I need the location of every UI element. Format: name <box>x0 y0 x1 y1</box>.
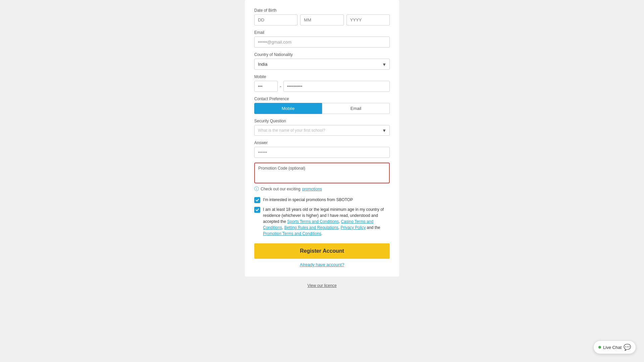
country-select-wrapper[interactable]: India ▼ <box>254 59 390 70</box>
checkbox-group: I'm interested in special promotions fro… <box>254 197 390 237</box>
promotion-terms-link[interactable]: Promotion Terms and Conditions <box>263 231 321 236</box>
mobile-number-input[interactable] <box>283 81 390 92</box>
email-label: Email <box>254 30 390 35</box>
age-terms-checkbox-item: I am at least 18 years old or the legal … <box>254 206 390 237</box>
promo-info-text: Check out our exciting <box>261 187 301 191</box>
promo-checkbox-text: I'm interested in special promotions fro… <box>263 197 353 203</box>
view-licence-link[interactable]: View our licence <box>307 283 336 288</box>
mobile-dash: - <box>280 84 281 89</box>
info-icon: ⓘ <box>254 186 259 192</box>
country-select[interactable]: India <box>254 59 390 70</box>
security-question-label: Security Question <box>254 119 390 123</box>
country-label: Country of Nationality <box>254 52 390 57</box>
mobile-label: Mobile <box>254 74 390 79</box>
live-chat-widget[interactable]: Live Chat 💬 <box>593 341 636 354</box>
answer-input[interactable] <box>254 147 390 158</box>
dob-mm-input[interactable] <box>300 14 343 25</box>
security-question-select[interactable]: What is the name of your first school? <box>254 125 390 136</box>
security-select-wrapper[interactable]: What is the name of your first school? ▼ <box>254 125 390 136</box>
age-terms-checkbox[interactable] <box>254 207 260 213</box>
sports-terms-link[interactable]: Sports Terms and Conditions <box>287 219 339 224</box>
already-account-link[interactable]: Already have account? <box>300 262 344 267</box>
promotions-link[interactable]: promotions <box>302 187 322 191</box>
promo-code-label: Promotion Code (optional) <box>258 166 386 171</box>
dob-dd-input[interactable] <box>254 14 298 25</box>
already-account-wrapper: Already have account? <box>254 262 390 267</box>
age-terms-text: I am at least 18 years old or the legal … <box>263 206 390 237</box>
dob-yyyy-input[interactable] <box>346 14 390 25</box>
promo-checkbox[interactable] <box>254 197 260 203</box>
promo-code-input[interactable] <box>258 172 386 180</box>
chat-icon: 💬 <box>624 344 631 351</box>
dob-label: Date of Birth <box>254 8 390 13</box>
email-input[interactable] <box>254 37 390 48</box>
live-chat-label: Live Chat <box>603 345 622 350</box>
promo-checkbox-item: I'm interested in special promotions fro… <box>254 197 390 203</box>
promo-info: ⓘ Check out our exciting promotions <box>254 186 390 192</box>
privacy-policy-link[interactable]: Privacy Policy <box>340 225 366 230</box>
contact-mobile-button[interactable]: Mobile <box>254 103 322 114</box>
promo-code-group: Promotion Code (optional) <box>254 163 390 183</box>
answer-label: Answer <box>254 140 390 145</box>
contact-pref-label: Contact Preference <box>254 97 390 101</box>
betting-rules-link[interactable]: Betting Rules and Regulations <box>284 225 338 230</box>
register-account-button[interactable]: Register Account <box>254 243 390 259</box>
live-chat-status-dot <box>598 346 601 349</box>
footer-licence: View our licence <box>307 283 336 288</box>
mobile-code-input[interactable] <box>254 81 278 92</box>
contact-email-button[interactable]: Email <box>322 103 390 114</box>
